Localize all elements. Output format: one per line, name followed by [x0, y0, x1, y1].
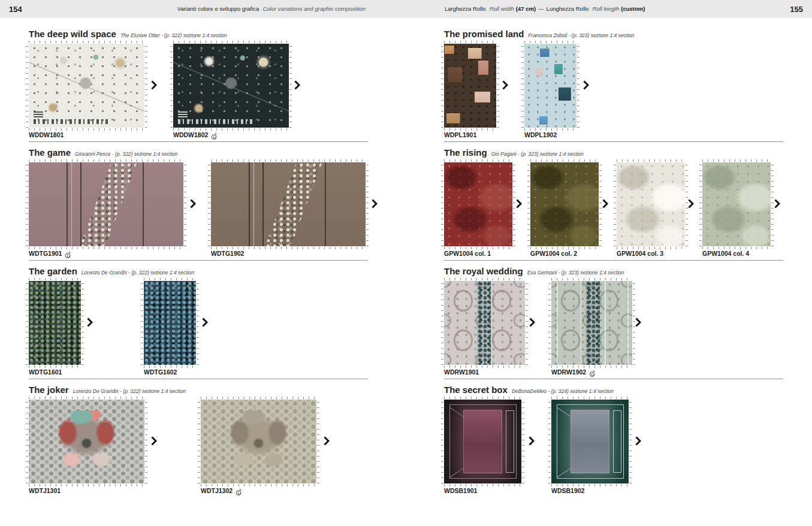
ruler-ticks	[29, 128, 144, 131]
ruler-ticks	[208, 162, 210, 246]
separator-dash: —	[538, 5, 544, 12]
swatch-code-text: WDTG1602	[144, 368, 177, 376]
ruler-ticks	[211, 247, 366, 249]
swatch-code: WDRW1902	[551, 368, 596, 377]
swatch-code-text: WDTG1902	[211, 250, 244, 257]
ruler-ticks	[444, 41, 496, 43]
catalog-page-left: The deep wild spaceThe Elusive Otter - (…	[29, 18, 368, 526]
swatch-wdtj1301	[29, 400, 144, 483]
ruler-ticks	[524, 128, 576, 131]
swatch-code-text: WDSB1901	[444, 487, 477, 494]
certification-icon	[211, 132, 218, 140]
chevron-right-icon	[774, 199, 781, 209]
ruler-ticks	[441, 400, 443, 483]
section-subtitle: The Elusive Otter - (p. 322) sezione 1:4…	[120, 32, 227, 38]
swatch-wdtg1902	[211, 162, 366, 246]
ruler-ticks	[444, 159, 512, 162]
swatch-code: GPW1004 col. 1	[444, 250, 491, 257]
chevron-right-icon	[635, 318, 642, 328]
ruler-ticks	[771, 162, 774, 246]
swatch-code: WDTJ1302	[201, 487, 242, 496]
swatch-code-text: GPW1004 col. 3	[617, 250, 663, 257]
section-subtitle: Lorenzo De Grandis - (p. 322) sezione 1:…	[73, 388, 186, 394]
ruler-ticks	[444, 365, 525, 368]
page-number-left: 154	[9, 5, 22, 14]
swatch-code: WDSB1901	[444, 487, 477, 494]
section-the-secret-box: The secret boxDeBonaDeMeo - (p. 324) sez…	[444, 385, 783, 497]
chevron-right-icon	[516, 199, 523, 209]
section-subtitle: Gio Pagani - (p. 323) sezione 1:4 sectio…	[491, 151, 584, 157]
joker-face-motif	[226, 410, 291, 469]
section-the-promised-land: The promised landFrancesca Zoboli - (p. …	[444, 29, 783, 142]
roll-width-label-italian: Larghezza Rollo	[445, 5, 486, 12]
ruler-ticks	[599, 162, 602, 246]
swatch-code-text: WDTJ1301	[29, 487, 61, 494]
swatch-wddw1802	[173, 44, 289, 128]
swatch-wdtg1602	[144, 281, 196, 365]
ruler-ticks	[197, 281, 199, 365]
ruler-ticks	[29, 484, 144, 486]
inner-box	[463, 410, 502, 473]
section-subtitle: Francesca Zoboli - (p. 323) sezione 1:4 …	[528, 32, 634, 38]
swatch-wdrw1901	[444, 281, 525, 365]
swatch-code: GPW1004 col. 3	[617, 250, 663, 257]
section-the-joker: The jokerLorenzo De Grandis - (p. 322) s…	[29, 385, 368, 497]
ruler-ticks	[617, 159, 685, 162]
chevron-right-icon	[294, 80, 301, 90]
swatch-wdpl1901	[444, 44, 496, 128]
section-title: The joker	[29, 385, 69, 395]
ruler-ticks	[317, 400, 319, 483]
swatch-artwork	[444, 44, 496, 128]
roll-width-value: (47 cm)	[516, 5, 536, 12]
chevron-right-icon	[688, 199, 695, 209]
section-subtitle: Eva Germani - (p. 323) sezione 1:4 secti…	[527, 270, 624, 276]
swatch-code: GPW1004 col. 2	[530, 250, 577, 257]
swatch-code-text: GPW1004 col. 2	[530, 250, 577, 257]
page-number-right: 155	[790, 5, 803, 14]
swatch-gpw1004-col3	[617, 162, 685, 246]
ruler-ticks	[144, 278, 196, 280]
section-the-game: The gameGiovanni Pesce - (p. 322) sezion…	[29, 147, 368, 261]
certification-icon	[65, 251, 71, 259]
ruler-ticks	[29, 247, 183, 249]
header-title-right: Larghezza RolloRoll width(47 cm)—Lunghez…	[445, 5, 645, 12]
swatch-code: GPW1004 col. 4	[702, 250, 749, 257]
swatch-wddw1801	[29, 44, 144, 128]
ruler-ticks	[441, 44, 443, 128]
mosaic-band	[265, 162, 322, 246]
swatch-code: WDDW1802	[173, 131, 218, 140]
ruler-ticks	[29, 365, 81, 368]
chevron-right-icon	[372, 199, 378, 209]
ruler-ticks	[198, 400, 200, 483]
chevron-right-icon	[529, 318, 536, 328]
pattern-text-band	[34, 119, 110, 124]
swatch-artwork	[444, 281, 525, 365]
ruler-ticks	[29, 278, 81, 280]
swatch-gpw1004-col1	[444, 162, 512, 246]
swatch-wdrw1902	[551, 281, 632, 365]
swatch-code-text: GPW1004 col. 1	[444, 250, 491, 257]
section-the-rising: The risingGio Pagani - (p. 323) sezione …	[444, 147, 783, 261]
roll-width-label-english: Roll width	[490, 5, 514, 12]
section-the-deep-wild-space: The deep wild spaceThe Elusive Otter - (…	[29, 29, 368, 142]
ruler-ticks	[289, 44, 292, 128]
ruler-ticks	[617, 247, 685, 249]
ruler-ticks	[444, 484, 521, 486]
swatch-code-text: WDPL1902	[524, 131, 557, 138]
swatch-artwork	[551, 400, 629, 483]
ruler-ticks	[526, 281, 528, 365]
section-title: The deep wild space	[29, 29, 116, 39]
box-side-panel	[506, 410, 515, 473]
swatch-artwork	[444, 162, 512, 246]
box-side-panel	[613, 410, 622, 473]
ruler-ticks	[26, 162, 28, 246]
ruler-ticks	[26, 281, 28, 365]
chevron-right-icon	[635, 436, 642, 446]
ruler-ticks	[173, 128, 289, 131]
swatch-wdtg1601	[29, 281, 81, 365]
swatch-code: WDPL1901	[444, 131, 476, 138]
chevron-right-icon	[151, 436, 158, 446]
swatch-code-text: WDSB1902	[551, 487, 584, 494]
ruler-ticks	[551, 365, 632, 368]
swatch-wdtj1302	[201, 400, 316, 483]
